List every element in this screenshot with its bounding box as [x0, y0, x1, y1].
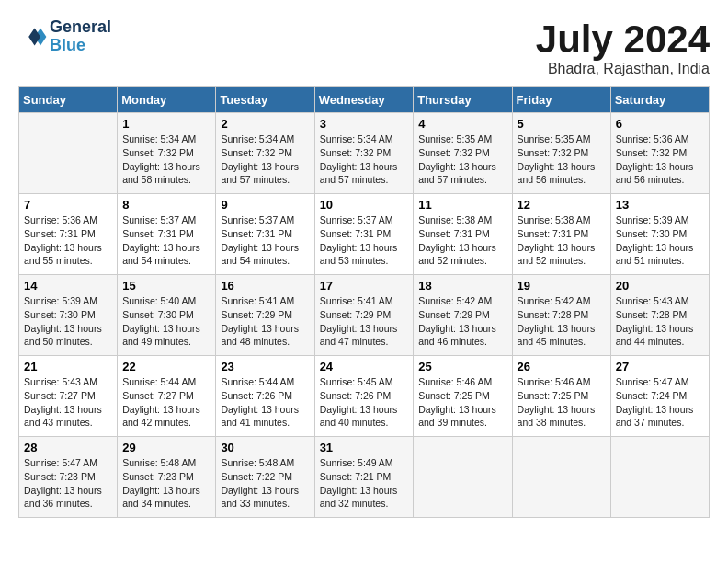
date-number: 11 — [418, 198, 506, 212]
cell-sun-info: Sunrise: 5:37 AMSunset: 7:31 PMDaylight:… — [122, 213, 210, 268]
calendar-cell: 21Sunrise: 5:43 AMSunset: 7:27 PMDayligh… — [19, 356, 118, 437]
date-number: 30 — [221, 441, 309, 454]
calendar-cell: 9Sunrise: 5:37 AMSunset: 7:31 PMDaylight… — [216, 194, 314, 275]
cell-sun-info: Sunrise: 5:48 AMSunset: 7:22 PMDaylight:… — [221, 456, 309, 511]
calendar-cell: 10Sunrise: 5:37 AMSunset: 7:31 PMDayligh… — [314, 194, 414, 275]
date-number: 5 — [518, 117, 606, 131]
cell-sun-info: Sunrise: 5:47 AMSunset: 7:24 PMDaylight:… — [616, 375, 704, 430]
cell-sun-info: Sunrise: 5:46 AMSunset: 7:25 PMDaylight:… — [518, 375, 606, 430]
date-number: 12 — [518, 198, 606, 212]
date-number: 17 — [320, 279, 409, 293]
cell-sun-info: Sunrise: 5:37 AMSunset: 7:31 PMDaylight:… — [221, 213, 309, 268]
calendar-cell: 17Sunrise: 5:41 AMSunset: 7:29 PMDayligh… — [314, 275, 414, 356]
date-number: 14 — [24, 279, 112, 293]
header-thursday: Thursday — [414, 87, 512, 113]
cell-sun-info: Sunrise: 5:42 AMSunset: 7:29 PMDaylight:… — [418, 294, 506, 349]
calendar-cell: 29Sunrise: 5:48 AMSunset: 7:23 PMDayligh… — [118, 437, 216, 518]
logo: General Blue — [18, 18, 111, 55]
cell-sun-info: Sunrise: 5:35 AMSunset: 7:32 PMDaylight:… — [518, 132, 606, 187]
calendar-cell: 11Sunrise: 5:38 AMSunset: 7:31 PMDayligh… — [414, 194, 512, 275]
calendar-cell: 19Sunrise: 5:42 AMSunset: 7:28 PMDayligh… — [512, 275, 610, 356]
date-number: 6 — [616, 117, 704, 131]
calendar-week-2: 7Sunrise: 5:36 AMSunset: 7:31 PMDaylight… — [19, 194, 710, 275]
calendar-cell: 28Sunrise: 5:47 AMSunset: 7:23 PMDayligh… — [19, 437, 118, 518]
logo-text: General Blue — [50, 18, 111, 55]
calendar-cell: 15Sunrise: 5:40 AMSunset: 7:30 PMDayligh… — [118, 275, 216, 356]
cell-sun-info: Sunrise: 5:39 AMSunset: 7:30 PMDaylight:… — [616, 213, 704, 268]
cell-sun-info: Sunrise: 5:43 AMSunset: 7:28 PMDaylight:… — [616, 294, 704, 349]
cell-sun-info: Sunrise: 5:36 AMSunset: 7:31 PMDaylight:… — [24, 213, 112, 268]
calendar-cell: 16Sunrise: 5:41 AMSunset: 7:29 PMDayligh… — [216, 275, 314, 356]
calendar-cell: 31Sunrise: 5:49 AMSunset: 7:21 PMDayligh… — [314, 437, 414, 518]
calendar-cell: 25Sunrise: 5:46 AMSunset: 7:25 PMDayligh… — [414, 356, 512, 437]
calendar-cell: 5Sunrise: 5:35 AMSunset: 7:32 PMDaylight… — [512, 113, 610, 194]
cell-sun-info: Sunrise: 5:37 AMSunset: 7:31 PMDaylight:… — [320, 213, 409, 268]
calendar-cell: 2Sunrise: 5:34 AMSunset: 7:32 PMDaylight… — [216, 113, 314, 194]
date-number: 26 — [518, 360, 606, 373]
cell-sun-info: Sunrise: 5:34 AMSunset: 7:32 PMDaylight:… — [221, 132, 309, 187]
calendar-week-1: 1Sunrise: 5:34 AMSunset: 7:32 PMDaylight… — [19, 113, 710, 194]
calendar-cell: 18Sunrise: 5:42 AMSunset: 7:29 PMDayligh… — [414, 275, 512, 356]
calendar-cell: 12Sunrise: 5:38 AMSunset: 7:31 PMDayligh… — [512, 194, 610, 275]
calendar-cell: 27Sunrise: 5:47 AMSunset: 7:24 PMDayligh… — [610, 356, 709, 437]
calendar-cell — [414, 437, 512, 518]
date-number: 31 — [320, 441, 409, 454]
calendar-cell — [19, 113, 118, 194]
date-number: 4 — [418, 117, 506, 131]
calendar-cell: 24Sunrise: 5:45 AMSunset: 7:26 PMDayligh… — [314, 356, 414, 437]
logo-icon — [18, 22, 48, 52]
cell-sun-info: Sunrise: 5:44 AMSunset: 7:26 PMDaylight:… — [221, 375, 309, 430]
date-number: 20 — [616, 279, 704, 293]
calendar-cell: 1Sunrise: 5:34 AMSunset: 7:32 PMDaylight… — [118, 113, 216, 194]
date-number: 2 — [221, 117, 309, 131]
date-number: 13 — [616, 198, 704, 212]
date-number: 10 — [320, 198, 409, 212]
calendar-table: SundayMondayTuesdayWednesdayThursdayFrid… — [18, 86, 710, 518]
header-friday: Friday — [512, 87, 610, 113]
cell-sun-info: Sunrise: 5:46 AMSunset: 7:25 PMDaylight:… — [418, 375, 506, 430]
calendar-cell: 22Sunrise: 5:44 AMSunset: 7:27 PMDayligh… — [118, 356, 216, 437]
cell-sun-info: Sunrise: 5:38 AMSunset: 7:31 PMDaylight:… — [418, 213, 506, 268]
calendar-cell: 20Sunrise: 5:43 AMSunset: 7:28 PMDayligh… — [610, 275, 709, 356]
calendar-cell: 4Sunrise: 5:35 AMSunset: 7:32 PMDaylight… — [414, 113, 512, 194]
date-number: 1 — [122, 117, 210, 131]
header-wednesday: Wednesday — [314, 87, 414, 113]
calendar-cell: 8Sunrise: 5:37 AMSunset: 7:31 PMDaylight… — [118, 194, 216, 275]
calendar-cell — [512, 437, 610, 518]
cell-sun-info: Sunrise: 5:45 AMSunset: 7:26 PMDaylight:… — [320, 375, 409, 430]
cell-sun-info: Sunrise: 5:40 AMSunset: 7:30 PMDaylight:… — [122, 294, 210, 349]
cell-sun-info: Sunrise: 5:41 AMSunset: 7:29 PMDaylight:… — [221, 294, 309, 349]
calendar-cell: 13Sunrise: 5:39 AMSunset: 7:30 PMDayligh… — [610, 194, 709, 275]
header-tuesday: Tuesday — [216, 87, 314, 113]
date-number: 23 — [221, 360, 309, 373]
calendar-cell: 26Sunrise: 5:46 AMSunset: 7:25 PMDayligh… — [512, 356, 610, 437]
calendar-cell: 6Sunrise: 5:36 AMSunset: 7:32 PMDaylight… — [610, 113, 709, 194]
calendar-cell: 3Sunrise: 5:34 AMSunset: 7:32 PMDaylight… — [314, 113, 414, 194]
date-number: 27 — [616, 360, 704, 373]
calendar-header: SundayMondayTuesdayWednesdayThursdayFrid… — [19, 87, 710, 113]
date-number: 29 — [122, 441, 210, 454]
page-header: General Blue July 2024 Bhadra, Rajasthan… — [18, 18, 710, 77]
calendar-week-3: 14Sunrise: 5:39 AMSunset: 7:30 PMDayligh… — [19, 275, 710, 356]
date-number: 7 — [24, 198, 112, 212]
cell-sun-info: Sunrise: 5:47 AMSunset: 7:23 PMDaylight:… — [24, 456, 112, 511]
date-number: 18 — [418, 279, 506, 293]
cell-sun-info: Sunrise: 5:48 AMSunset: 7:23 PMDaylight:… — [122, 456, 210, 511]
calendar-cell: 14Sunrise: 5:39 AMSunset: 7:30 PMDayligh… — [19, 275, 118, 356]
calendar-cell: 7Sunrise: 5:36 AMSunset: 7:31 PMDaylight… — [19, 194, 118, 275]
date-number: 19 — [518, 279, 606, 293]
title-block: July 2024 Bhadra, Rajasthan, India — [536, 18, 710, 77]
calendar-week-4: 21Sunrise: 5:43 AMSunset: 7:27 PMDayligh… — [19, 356, 710, 437]
cell-sun-info: Sunrise: 5:44 AMSunset: 7:27 PMDaylight:… — [122, 375, 210, 430]
month-title: July 2024 — [536, 18, 710, 61]
cell-sun-info: Sunrise: 5:42 AMSunset: 7:28 PMDaylight:… — [518, 294, 606, 349]
date-number: 22 — [122, 360, 210, 373]
location-subtitle: Bhadra, Rajasthan, India — [536, 61, 710, 77]
cell-sun-info: Sunrise: 5:34 AMSunset: 7:32 PMDaylight:… — [320, 132, 409, 187]
date-number: 28 — [24, 441, 112, 454]
header-monday: Monday — [118, 87, 216, 113]
cell-sun-info: Sunrise: 5:49 AMSunset: 7:21 PMDaylight:… — [320, 456, 409, 511]
date-number: 16 — [221, 279, 309, 293]
date-number: 24 — [320, 360, 409, 373]
calendar-cell — [610, 437, 709, 518]
